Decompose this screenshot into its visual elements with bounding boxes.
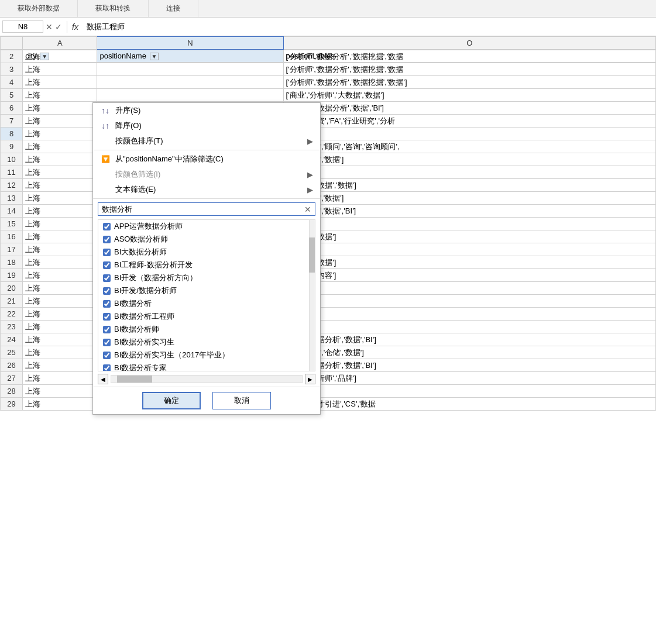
cell-O27[interactable]: ['商业','分析师','品牌']: [283, 372, 655, 385]
cell-A7[interactable]: 上海: [23, 115, 97, 128]
cell-O10[interactable]: ['后端开发','数据']: [283, 153, 655, 166]
checkbox-item-1[interactable]: ASO数据分析师: [98, 233, 315, 246]
confirm-icon[interactable]: ✓: [55, 22, 62, 32]
cell-A27[interactable]: 上海: [23, 372, 97, 385]
checkbox-6[interactable]: [103, 300, 111, 308]
checkbox-2[interactable]: [103, 249, 111, 256]
checkbox-item-7[interactable]: BI数据分析工程师: [98, 310, 315, 323]
checkbox-item-2[interactable]: BI大数据分析师: [98, 246, 315, 259]
checkbox-item-8[interactable]: BI数据分析师: [98, 323, 315, 336]
cell-O17[interactable]: ['数据']: [283, 243, 655, 256]
list-scrollbar-track[interactable]: [309, 220, 315, 371]
col-header-A[interactable]: A: [23, 37, 97, 50]
cell-A9[interactable]: 上海: [23, 140, 97, 153]
checkbox-item-9[interactable]: BI数据分析实习生: [98, 336, 315, 349]
cell-O23[interactable]: ['分析师']: [283, 321, 655, 333]
cell-O19[interactable]: ['分析师','内容']: [283, 269, 655, 282]
cell-A15[interactable]: 上海: [23, 218, 97, 230]
cell-reference-input[interactable]: [2, 20, 43, 33]
cell-O6[interactable]: ['分析师','数据分析','数据','BI']: [283, 102, 655, 115]
cell-A14[interactable]: 上海: [23, 205, 97, 218]
cell-O3[interactable]: ['分析师','数据分析','数据挖掘','数据: [283, 63, 655, 76]
cell-O9[interactable]: ['需求分析','顾问','咨询','咨询顾问',: [283, 140, 655, 153]
checkbox-5[interactable]: [103, 287, 111, 295]
cell-A17[interactable]: 上海: [23, 243, 97, 256]
checkbox-7[interactable]: [103, 313, 111, 321]
checkbox-item-11[interactable]: BI数据分析专家: [98, 361, 315, 371]
cell-A13[interactable]: 上海: [23, 192, 97, 205]
cell-A20[interactable]: 上海: [23, 282, 97, 295]
checkbox-8[interactable]: [103, 326, 111, 333]
scroll-left-button[interactable]: ◀: [98, 374, 108, 384]
checkbox-11[interactable]: [103, 364, 111, 372]
cell-A18[interactable]: 上海: [23, 256, 97, 269]
checkbox-item-5[interactable]: BI开发/数据分析师: [98, 284, 315, 297]
sort-desc-item[interactable]: ↓↑ 降序(O): [93, 118, 320, 133]
cell-A26[interactable]: 上海: [23, 359, 97, 372]
cell-A3[interactable]: 上海: [23, 63, 97, 76]
scroll-bar-horizontal[interactable]: [111, 375, 303, 383]
cell-O15[interactable]: ['数据']: [283, 218, 655, 230]
cell-N4[interactable]: [97, 76, 283, 89]
cell-O4[interactable]: ['分析师','数据分析','数据挖掘','数据']: [283, 76, 655, 89]
cell-O8[interactable]: ['数据']: [283, 128, 655, 140]
cell-O5[interactable]: ['商业','分析师','大数据','数据']: [283, 89, 655, 102]
checkbox-9[interactable]: [103, 339, 111, 346]
cell-A16[interactable]: 上海: [23, 230, 97, 243]
cell-A29[interactable]: 上海: [23, 398, 97, 411]
cell-A5[interactable]: 上海: [23, 89, 97, 102]
cell-A10[interactable]: 上海: [23, 153, 97, 166]
scroll-right-button[interactable]: ▶: [305, 374, 315, 384]
cell-O29[interactable]: ['招聘','人才引进','CS','数据: [283, 398, 655, 411]
cell-O24[interactable]: ['商业','数据分析','数据','BI']: [283, 333, 655, 346]
confirm-button[interactable]: 确定: [142, 392, 201, 409]
cell-N2[interactable]: [97, 50, 283, 63]
cell-O16[interactable]: ['大数据','数据']: [283, 230, 655, 243]
cell-A11[interactable]: 上海: [23, 166, 97, 179]
cell-A21[interactable]: 上海: [23, 295, 97, 308]
cell-O20[interactable]: ['分析师']: [283, 282, 655, 295]
cell-A4[interactable]: 上海: [23, 76, 97, 89]
sort-color-item[interactable]: 按颜色排序(T) ▶: [93, 133, 320, 149]
checkbox-item-3[interactable]: BI工程师-数据分析开发: [98, 259, 315, 271]
checkbox-4[interactable]: [103, 274, 111, 282]
cell-O28[interactable]: ['数据']: [283, 385, 655, 398]
cell-A25[interactable]: 上海: [23, 346, 97, 359]
checkbox-item-0[interactable]: APP运营数据分析师: [98, 220, 315, 233]
checkbox-item-4[interactable]: BI开发（数据分析方向）: [98, 271, 315, 284]
cell-O25[interactable]: ['数据分析','仓储','数据']: [283, 346, 655, 359]
checkbox-1[interactable]: [103, 236, 111, 243]
cell-N5[interactable]: [97, 89, 283, 102]
search-clear-button[interactable]: ✕: [301, 204, 315, 215]
cell-A19[interactable]: 上海: [23, 269, 97, 282]
checkbox-item-10[interactable]: BI数据分析实习生（2017年毕业）: [98, 349, 315, 361]
checkbox-0[interactable]: [103, 223, 111, 230]
cell-A28[interactable]: 上海: [23, 385, 97, 398]
cell-N3[interactable]: [97, 63, 283, 76]
checkbox-10[interactable]: [103, 352, 111, 359]
cell-A6[interactable]: 上海: [23, 102, 97, 115]
text-filter-item[interactable]: 文本筛选(E) ▶: [93, 182, 320, 197]
cell-O11[interactable]: ['数据']: [283, 166, 655, 179]
cell-A22[interactable]: 上海: [23, 308, 97, 321]
cancel-icon[interactable]: ✕: [46, 22, 53, 32]
cell-A24[interactable]: 上海: [23, 333, 97, 346]
cell-O7[interactable]: ['实习','投资','FA','行业研究','分析: [283, 115, 655, 128]
checkbox-item-6[interactable]: BI数据分析: [98, 297, 315, 310]
cell-O12[interactable]: ['平台','大数据','数据']: [283, 179, 655, 192]
formula-input[interactable]: [84, 21, 654, 32]
cell-O22[interactable]: ['数据']: [283, 308, 655, 321]
cancel-button[interactable]: 取消: [212, 392, 271, 409]
cell-A2[interactable]: 上海: [23, 50, 97, 63]
cell-O2[interactable]: ['分析师','数据分析','数据挖掘','数据: [283, 50, 655, 63]
cell-O14[interactable]: ['数据分析','数据','BI']: [283, 205, 655, 218]
sort-asc-item[interactable]: ↑↓ 升序(S): [93, 103, 320, 118]
checkbox-3[interactable]: [103, 261, 111, 269]
cell-A8[interactable]: 上海: [23, 128, 97, 140]
cell-O21[interactable]: ['分析师']: [283, 295, 655, 308]
list-scrollbar-thumb[interactable]: [309, 237, 315, 273]
filter-search-input[interactable]: [98, 203, 301, 215]
cell-O18[interactable]: ['大数据','数据']: [283, 256, 655, 269]
cell-O13[interactable]: ['数据分析','数据']: [283, 192, 655, 205]
cell-A23[interactable]: 上海: [23, 321, 97, 333]
